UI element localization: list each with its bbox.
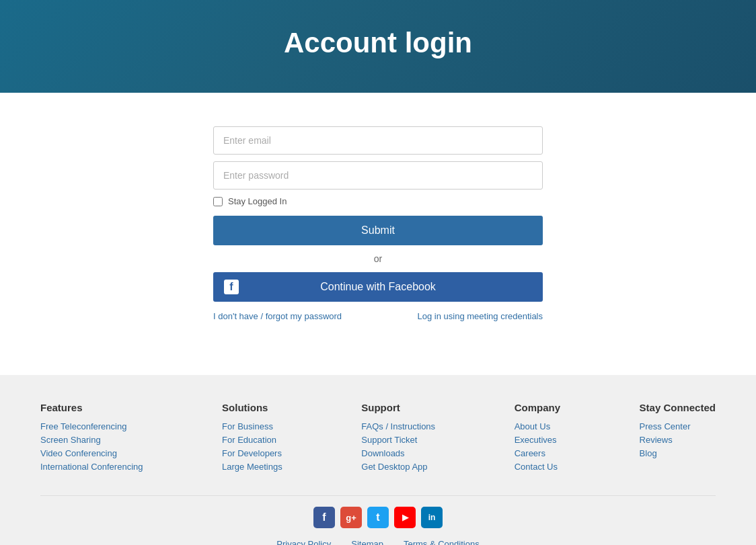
- linkedin-social-icon[interactable]: in: [421, 507, 443, 528]
- email-input[interactable]: [213, 126, 543, 155]
- footer-link[interactable]: Careers: [515, 448, 560, 458]
- forgot-password-link[interactable]: I don't have / forgot my password: [213, 311, 342, 321]
- footer-link[interactable]: For Developers: [222, 448, 282, 458]
- footer-col-solutions-heading: Solutions: [222, 402, 282, 413]
- footer-link[interactable]: Free Teleconferencing: [40, 421, 143, 431]
- facebook-social-icon[interactable]: f: [313, 507, 335, 528]
- facebook-button-label: Continue with Facebook: [222, 281, 534, 293]
- footer-col-solutions: Solutions For Business For Education For…: [222, 402, 282, 475]
- password-input[interactable]: [213, 161, 543, 190]
- stay-logged-in-checkbox[interactable]: [213, 197, 223, 206]
- footer-link[interactable]: Executives: [515, 435, 560, 445]
- footer-link[interactable]: Downloads: [361, 448, 435, 458]
- twitter-social-icon[interactable]: t: [367, 507, 389, 528]
- footer-col-company: Company About Us Executives Careers Cont…: [515, 402, 560, 475]
- footer-link[interactable]: Blog: [640, 448, 716, 458]
- footer: Features Free Teleconferencing Screen Sh…: [0, 375, 756, 545]
- meeting-credentials-link[interactable]: Log in using meeting credentials: [418, 311, 543, 321]
- stay-logged-in-label: Stay Logged In: [228, 196, 287, 206]
- facebook-icon: f: [224, 280, 239, 294]
- footer-col-stay-connected: Stay Connected Press Center Reviews Blog: [640, 402, 716, 475]
- footer-link[interactable]: For Education: [222, 435, 282, 445]
- footer-link[interactable]: Get Desktop App: [361, 462, 435, 472]
- privacy-policy-link[interactable]: Privacy Policy: [276, 539, 331, 545]
- or-divider: or: [213, 253, 543, 264]
- page-header: Account login: [0, 0, 756, 93]
- footer-link[interactable]: FAQs / Instructions: [361, 421, 435, 431]
- footer-col-support-heading: Support: [361, 402, 435, 413]
- google-social-icon[interactable]: g+: [340, 507, 362, 528]
- footer-col-features: Features Free Teleconferencing Screen Sh…: [40, 402, 143, 475]
- links-row: I don't have / forgot my password Log in…: [213, 311, 543, 321]
- footer-link[interactable]: Reviews: [640, 435, 716, 445]
- social-icons: f g+ t ▶ in: [40, 507, 716, 528]
- footer-link[interactable]: About Us: [515, 421, 560, 431]
- facebook-login-button[interactable]: f Continue with Facebook: [213, 272, 543, 302]
- footer-bottom-links: Privacy Policy Sitemap Terms & Condition…: [40, 539, 716, 545]
- footer-link[interactable]: Screen Sharing: [40, 435, 143, 445]
- footer-divider: [40, 495, 716, 496]
- footer-link[interactable]: For Business: [222, 421, 282, 431]
- footer-link[interactable]: Support Ticket: [361, 435, 435, 445]
- footer-col-company-heading: Company: [515, 402, 560, 413]
- submit-button[interactable]: Submit: [213, 216, 543, 245]
- footer-link[interactable]: International Conferencing: [40, 462, 143, 472]
- footer-col-stay-connected-heading: Stay Connected: [640, 402, 716, 413]
- footer-columns: Features Free Teleconferencing Screen Sh…: [40, 402, 716, 475]
- page-title: Account login: [13, 27, 743, 59]
- footer-col-support: Support FAQs / Instructions Support Tick…: [361, 402, 435, 475]
- stay-logged-in-row: Stay Logged In: [213, 196, 543, 206]
- login-form: Stay Logged In Submit or f Continue with…: [213, 126, 543, 321]
- youtube-social-icon[interactable]: ▶: [394, 507, 416, 528]
- footer-col-features-heading: Features: [40, 402, 143, 413]
- footer-link[interactable]: Large Meetings: [222, 462, 282, 472]
- main-content: Stay Logged In Submit or f Continue with…: [0, 93, 756, 375]
- sitemap-link[interactable]: Sitemap: [351, 539, 383, 545]
- terms-link[interactable]: Terms & Conditions: [404, 539, 480, 545]
- footer-link[interactable]: Video Conferencing: [40, 448, 143, 458]
- footer-link[interactable]: Contact Us: [515, 462, 560, 472]
- footer-link[interactable]: Press Center: [640, 421, 716, 431]
